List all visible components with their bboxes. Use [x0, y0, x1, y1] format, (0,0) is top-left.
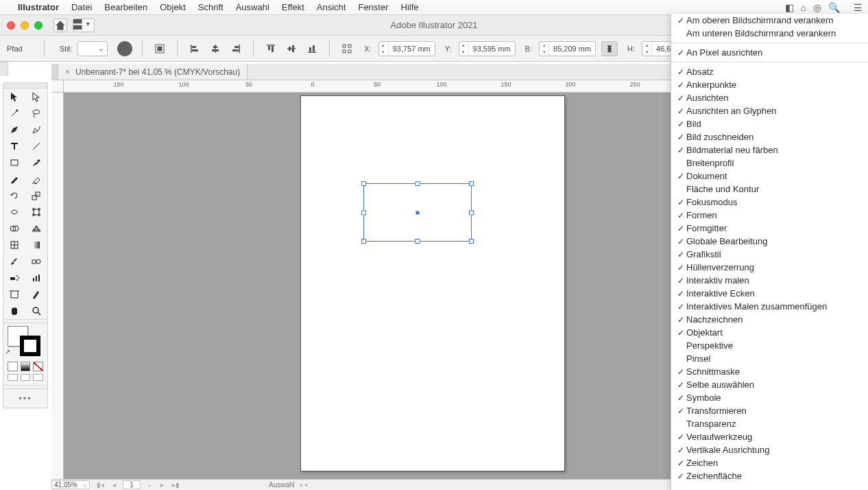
edit-toolbar-button[interactable]: ••• [3, 389, 47, 408]
menu-item[interactable]: ✓Formgitter [671, 222, 868, 235]
status-dropdown-icon[interactable]: ▸ ◂ [300, 482, 307, 488]
line-tool-icon[interactable] [25, 138, 47, 154]
artboard-number-field[interactable]: 1 [123, 480, 141, 489]
menu-schrift[interactable]: Schrift [198, 2, 224, 12]
menu-bearbeiten[interactable]: Bearbeiten [104, 2, 147, 12]
artboard-prev-icon[interactable]: ◂ [111, 481, 117, 489]
menu-item[interactable]: ✓Dokument [671, 170, 868, 183]
selection-handle[interactable] [361, 239, 366, 244]
fill-stroke-widget[interactable]: ↗ [3, 323, 47, 360]
color-mode-icon[interactable] [8, 362, 18, 371]
vertical-ruler[interactable] [51, 93, 64, 480]
lasso-tool-icon[interactable] [25, 105, 47, 121]
menu-item[interactable]: Transparenz [671, 417, 868, 430]
artboard-tool-icon[interactable] [3, 286, 25, 303]
selection-handle[interactable] [469, 239, 474, 244]
y-value-field[interactable]: ▴▾93,595 mm [459, 41, 516, 56]
x-value-field[interactable]: ▴▾93,757 mm [378, 41, 435, 56]
none-mode-icon[interactable] [33, 362, 43, 371]
menu-item[interactable]: ✓Absatz [671, 65, 868, 78]
selection-handle[interactable] [415, 239, 420, 244]
magic-wand-tool-icon[interactable] [3, 105, 25, 121]
style-select[interactable]: ⌄ [77, 41, 108, 56]
zoom-tool-icon[interactable] [25, 303, 47, 319]
menu-item[interactable]: ✓Ausrichten [671, 91, 868, 104]
width-value-field[interactable]: ▴▾85,209 mm [539, 41, 596, 56]
menu-item[interactable]: ✓Bild [671, 117, 868, 130]
align-top-icon[interactable] [263, 41, 278, 56]
statusbar-icon[interactable]: ◧ [785, 2, 794, 13]
menu-item[interactable]: Perspektive [671, 339, 868, 352]
tabbar-grip[interactable] [51, 64, 58, 80]
link-wh-button[interactable] [601, 41, 618, 56]
menu-item[interactable]: ✓Selbe auswählen [671, 378, 868, 391]
width-tool-icon[interactable] [3, 204, 25, 220]
artboard[interactable] [300, 95, 565, 471]
window-close-button[interactable] [7, 21, 15, 30]
curvature-tool-icon[interactable] [25, 121, 47, 138]
control-center-icon[interactable]: ☰ [854, 2, 863, 13]
align-left-icon[interactable] [187, 41, 202, 56]
menu-fenster[interactable]: Fenster [358, 2, 388, 12]
eyedropper-tool-icon[interactable] [3, 253, 25, 270]
menu-item[interactable]: ✓Zeichenfläche [671, 469, 868, 482]
slice-tool-icon[interactable] [25, 286, 47, 303]
close-tab-icon[interactable]: × [65, 67, 70, 77]
menu-item[interactable]: ✓Am oberen Bildschirmrand verankern [671, 14, 868, 27]
shaper-tool-icon[interactable] [3, 171, 25, 187]
menu-item[interactable]: ✓Objektart [671, 326, 868, 339]
rectangle-tool-icon[interactable] [3, 154, 25, 171]
menu-item[interactable]: Am unteren Bildschirmrand verankern [671, 27, 868, 40]
ruler-origin[interactable] [51, 80, 64, 93]
selection-handle[interactable] [361, 181, 366, 186]
document-tab[interactable]: × Unbenannt-7* bei 41,05 % (CMYK/Vorscha… [58, 64, 248, 80]
window-minimize-button[interactable] [21, 21, 29, 30]
align-reference-icon[interactable] [152, 41, 167, 56]
align-right-icon[interactable] [228, 41, 243, 56]
menu-item[interactable]: ✓Zeichen [671, 456, 868, 469]
menu-item[interactable]: ✓Interaktiv malen [671, 274, 868, 287]
rotate-tool-icon[interactable] [3, 187, 25, 204]
artboard-last-icon[interactable]: ▸▮ [171, 481, 181, 489]
selection-handle[interactable] [415, 181, 420, 186]
menu-datei[interactable]: Datei [71, 2, 92, 12]
artboard-next-icon[interactable]: ▸ [159, 481, 165, 489]
hand-tool-icon[interactable] [3, 303, 25, 319]
selection-tool-icon[interactable] [3, 89, 25, 105]
align-hcenter-icon[interactable] [208, 41, 223, 56]
zoom-field[interactable]: 41,05%⌄ [51, 480, 90, 489]
spotlight-icon[interactable]: 🔍 [828, 2, 840, 13]
menu-item[interactable]: ✓Interaktives Malen zusammenfügen [671, 300, 868, 313]
menu-item[interactable]: ✓Verlaufwerkzeug [671, 430, 868, 443]
menubar-app-name[interactable]: Illustrator [18, 2, 59, 12]
menu-item[interactable]: Breitenprofil [671, 156, 868, 170]
free-transform-tool-icon[interactable] [25, 204, 47, 220]
panel-collapse-strip[interactable] [0, 62, 8, 75]
draw-normal-icon[interactable] [8, 374, 18, 381]
column-graph-tool-icon[interactable] [25, 270, 47, 286]
draw-behind-icon[interactable] [21, 374, 31, 381]
mesh-tool-icon[interactable] [3, 237, 25, 253]
menu-auswahl[interactable]: Auswahl [236, 2, 269, 12]
align-bottom-icon[interactable] [304, 41, 320, 56]
blend-tool-icon[interactable] [25, 253, 47, 270]
shape-builder-tool-icon[interactable] [3, 220, 25, 237]
selection-handle[interactable] [469, 181, 474, 186]
eraser-tool-icon[interactable] [25, 171, 47, 187]
menu-item[interactable]: ✓Schnittmaske [671, 365, 868, 378]
menu-item[interactable]: ✓Nachzeichnen [671, 313, 868, 326]
statusbar-icon[interactable]: ⌂ [801, 2, 806, 13]
menu-item[interactable]: ✓Bild zuschneiden [671, 130, 868, 143]
menu-ansicht[interactable]: Ansicht [317, 2, 346, 12]
cc-sync-icon[interactable]: ◎ [813, 2, 821, 13]
draw-inside-icon[interactable] [33, 374, 43, 381]
paintbrush-tool-icon[interactable] [25, 154, 47, 171]
menu-item[interactable]: ✓Ankerpunkte [671, 78, 868, 91]
menu-item[interactable]: ✓Symbole [671, 391, 868, 404]
menu-objekt[interactable]: Objekt [160, 2, 186, 12]
scale-tool-icon[interactable] [25, 187, 47, 204]
menu-item[interactable]: ✓Transformieren [671, 404, 868, 417]
opacity-button[interactable] [117, 41, 132, 56]
type-tool-icon[interactable] [3, 138, 25, 154]
menu-item[interactable]: ✓An Pixel ausrichten [671, 46, 868, 59]
